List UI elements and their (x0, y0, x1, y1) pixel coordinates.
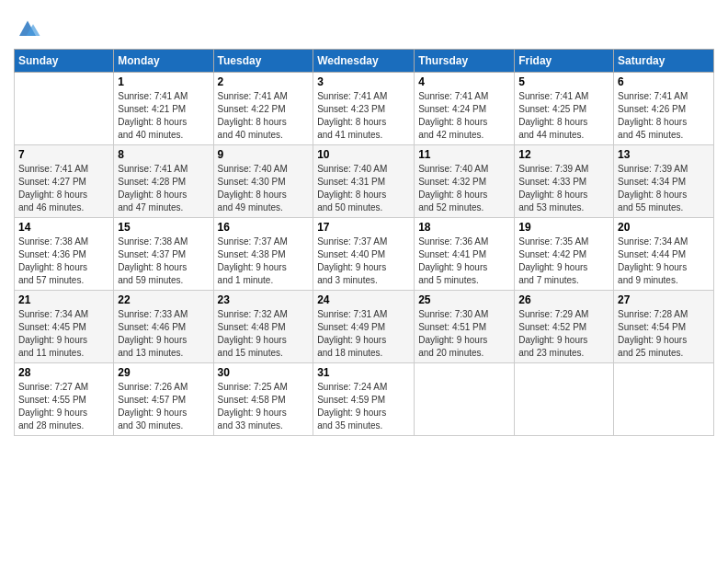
header-thursday: Thursday (415, 50, 515, 73)
day-info: Sunrise: 7:41 AMSunset: 4:23 PMDaylight:… (317, 90, 410, 142)
day-info: Sunrise: 7:40 AMSunset: 4:32 PMDaylight:… (418, 163, 510, 214)
calendar-cell: 8Sunrise: 7:41 AMSunset: 4:28 PMDaylight… (114, 145, 213, 218)
day-number: 30 (218, 366, 310, 379)
day-number: 4 (418, 75, 510, 88)
day-number: 2 (218, 75, 310, 88)
day-info: Sunrise: 7:27 AMSunset: 4:55 PMDaylight:… (18, 381, 109, 432)
calendar-cell: 24Sunrise: 7:31 AMSunset: 4:49 PMDayligh… (313, 291, 415, 363)
calendar-cell: 5Sunrise: 7:41 AMSunset: 4:25 PMDaylight… (515, 73, 614, 145)
calendar-cell: 28Sunrise: 7:27 AMSunset: 4:55 PMDayligh… (15, 363, 114, 436)
calendar-cell: 9Sunrise: 7:40 AMSunset: 4:30 PMDaylight… (213, 145, 313, 218)
day-info: Sunrise: 7:41 AMSunset: 4:26 PMDaylight:… (618, 90, 710, 142)
day-number: 1 (118, 75, 209, 88)
calendar-cell (515, 363, 614, 436)
week-row-1: 1Sunrise: 7:41 AMSunset: 4:21 PMDaylight… (15, 73, 714, 145)
header-sunday: Sunday (15, 50, 114, 73)
calendar-cell: 12Sunrise: 7:39 AMSunset: 4:33 PMDayligh… (515, 145, 614, 218)
calendar-cell (15, 73, 114, 145)
day-number: 12 (518, 148, 609, 161)
header-wednesday: Wednesday (313, 50, 415, 73)
calendar-cell: 16Sunrise: 7:37 AMSunset: 4:38 PMDayligh… (213, 218, 313, 291)
calendar-cell: 30Sunrise: 7:25 AMSunset: 4:58 PMDayligh… (213, 363, 313, 436)
day-info: Sunrise: 7:25 AMSunset: 4:58 PMDaylight:… (218, 381, 310, 432)
day-info: Sunrise: 7:41 AMSunset: 4:25 PMDaylight:… (518, 90, 609, 142)
day-info: Sunrise: 7:32 AMSunset: 4:48 PMDaylight:… (218, 308, 310, 360)
day-info: Sunrise: 7:37 AMSunset: 4:40 PMDaylight:… (317, 236, 410, 287)
header-tuesday: Tuesday (213, 50, 313, 73)
header-friday: Friday (515, 50, 614, 73)
calendar-cell (415, 363, 515, 436)
day-info: Sunrise: 7:30 AMSunset: 4:51 PMDaylight:… (418, 308, 510, 360)
day-info: Sunrise: 7:38 AMSunset: 4:36 PMDaylight:… (18, 236, 109, 287)
day-info: Sunrise: 7:34 AMSunset: 4:44 PMDaylight:… (618, 236, 710, 287)
day-number: 3 (317, 75, 410, 88)
day-info: Sunrise: 7:36 AMSunset: 4:41 PMDaylight:… (418, 236, 510, 287)
week-row-3: 14Sunrise: 7:38 AMSunset: 4:36 PMDayligh… (15, 218, 714, 291)
page-container: SundayMondayTuesdayWednesdayThursdayFrid… (0, 0, 728, 445)
calendar-cell: 21Sunrise: 7:34 AMSunset: 4:45 PMDayligh… (15, 291, 114, 363)
day-info: Sunrise: 7:40 AMSunset: 4:30 PMDaylight:… (218, 163, 310, 214)
day-number: 22 (118, 293, 209, 306)
day-info: Sunrise: 7:41 AMSunset: 4:24 PMDaylight:… (418, 90, 510, 142)
day-info: Sunrise: 7:38 AMSunset: 4:37 PMDaylight:… (118, 236, 209, 287)
calendar-cell: 1Sunrise: 7:41 AMSunset: 4:21 PMDaylight… (114, 73, 213, 145)
day-info: Sunrise: 7:39 AMSunset: 4:33 PMDaylight:… (518, 163, 609, 214)
calendar-cell: 19Sunrise: 7:35 AMSunset: 4:42 PMDayligh… (515, 218, 614, 291)
day-info: Sunrise: 7:40 AMSunset: 4:31 PMDaylight:… (317, 163, 410, 214)
day-info: Sunrise: 7:39 AMSunset: 4:34 PMDaylight:… (618, 163, 710, 214)
header-saturday: Saturday (614, 50, 714, 73)
calendar-cell: 31Sunrise: 7:24 AMSunset: 4:59 PMDayligh… (313, 363, 415, 436)
day-info: Sunrise: 7:33 AMSunset: 4:46 PMDaylight:… (118, 308, 209, 360)
day-number: 27 (618, 293, 710, 306)
calendar-cell: 11Sunrise: 7:40 AMSunset: 4:32 PMDayligh… (415, 145, 515, 218)
day-number: 23 (218, 293, 310, 306)
day-info: Sunrise: 7:28 AMSunset: 4:54 PMDaylight:… (618, 308, 710, 360)
day-number: 21 (18, 293, 109, 306)
day-number: 14 (18, 221, 109, 234)
calendar-cell: 10Sunrise: 7:40 AMSunset: 4:31 PMDayligh… (313, 145, 415, 218)
day-number: 16 (218, 221, 310, 234)
page-header (14, 9, 714, 41)
calendar-cell (614, 363, 714, 436)
calendar-cell: 22Sunrise: 7:33 AMSunset: 4:46 PMDayligh… (114, 291, 213, 363)
logo-icon (14, 14, 41, 41)
day-info: Sunrise: 7:37 AMSunset: 4:38 PMDaylight:… (218, 236, 310, 287)
calendar-cell: 13Sunrise: 7:39 AMSunset: 4:34 PMDayligh… (614, 145, 714, 218)
calendar-cell: 29Sunrise: 7:26 AMSunset: 4:57 PMDayligh… (114, 363, 213, 436)
day-number: 18 (418, 221, 510, 234)
calendar-cell: 3Sunrise: 7:41 AMSunset: 4:23 PMDaylight… (313, 73, 415, 145)
day-number: 6 (618, 75, 710, 88)
day-number: 25 (418, 293, 510, 306)
header-monday: Monday (114, 50, 213, 73)
calendar-cell: 25Sunrise: 7:30 AMSunset: 4:51 PMDayligh… (415, 291, 515, 363)
day-info: Sunrise: 7:41 AMSunset: 4:21 PMDaylight:… (118, 90, 209, 142)
day-number: 10 (317, 148, 410, 161)
calendar-header-row: SundayMondayTuesdayWednesdayThursdayFrid… (15, 50, 714, 73)
day-info: Sunrise: 7:24 AMSunset: 4:59 PMDaylight:… (317, 381, 410, 432)
day-info: Sunrise: 7:34 AMSunset: 4:45 PMDaylight:… (18, 308, 109, 360)
day-number: 9 (218, 148, 310, 161)
day-info: Sunrise: 7:29 AMSunset: 4:52 PMDaylight:… (518, 308, 609, 360)
calendar-cell: 17Sunrise: 7:37 AMSunset: 4:40 PMDayligh… (313, 218, 415, 291)
calendar-cell: 14Sunrise: 7:38 AMSunset: 4:36 PMDayligh… (15, 218, 114, 291)
calendar-cell: 2Sunrise: 7:41 AMSunset: 4:22 PMDaylight… (213, 73, 313, 145)
calendar-cell: 7Sunrise: 7:41 AMSunset: 4:27 PMDaylight… (15, 145, 114, 218)
day-number: 15 (118, 221, 209, 234)
calendar-cell: 18Sunrise: 7:36 AMSunset: 4:41 PMDayligh… (415, 218, 515, 291)
day-number: 31 (317, 366, 410, 379)
calendar-cell: 26Sunrise: 7:29 AMSunset: 4:52 PMDayligh… (515, 291, 614, 363)
day-number: 29 (118, 366, 209, 379)
day-number: 8 (118, 148, 209, 161)
calendar-cell: 6Sunrise: 7:41 AMSunset: 4:26 PMDaylight… (614, 73, 714, 145)
day-number: 20 (618, 221, 710, 234)
week-row-5: 28Sunrise: 7:27 AMSunset: 4:55 PMDayligh… (15, 363, 714, 436)
calendar-table: SundayMondayTuesdayWednesdayThursdayFrid… (14, 49, 714, 436)
day-number: 5 (518, 75, 609, 88)
calendar-cell: 20Sunrise: 7:34 AMSunset: 4:44 PMDayligh… (614, 218, 714, 291)
day-info: Sunrise: 7:35 AMSunset: 4:42 PMDaylight:… (518, 236, 609, 287)
calendar-cell: 15Sunrise: 7:38 AMSunset: 4:37 PMDayligh… (114, 218, 213, 291)
week-row-4: 21Sunrise: 7:34 AMSunset: 4:45 PMDayligh… (15, 291, 714, 363)
day-number: 19 (518, 221, 609, 234)
day-number: 17 (317, 221, 410, 234)
day-number: 11 (418, 148, 510, 161)
